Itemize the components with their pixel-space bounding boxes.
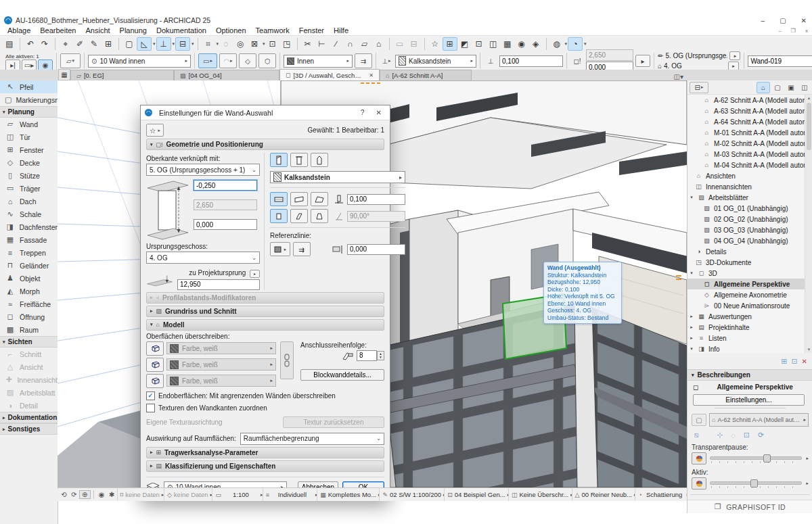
wall-curved-button[interactable]: ◠▸ [219,53,237,68]
tab-schnitt[interactable]: ⌂ [A-62 Schnitt A-A] [380,70,472,80]
dialog-help-button[interactable]: ? [357,109,369,116]
graphisoft-id-bar[interactable]: ❐ GRAPHISOFT ID [687,500,812,513]
tool-fassade[interactable]: ▦Fassade [0,233,58,246]
stretch-icon[interactable]: ⌂ [372,38,386,50]
tab-04-og[interactable]: ▨ [04 OG_04] [174,70,279,80]
marquee-icon[interactable]: ▢ [122,38,136,50]
tool-innenansicht[interactable]: ✚Innenansicht [0,373,58,386]
zoom-icon[interactable]: ⊕ [79,490,91,499]
tool-stuetze[interactable]: ▯Stütze [0,169,58,182]
textures-checkbox[interactable] [146,404,155,412]
end-surfaces-checkbox[interactable]: ✓ [146,391,155,400]
tool-fenster[interactable]: ⊞Fenster [0,143,58,156]
tree-item[interactable]: ▾◻3D [687,268,812,279]
origin-flyout-button[interactable]: ▸ [250,270,260,278]
top-offset-input[interactable] [194,180,257,191]
transparency-pie-button[interactable] [692,452,706,465]
refline-flip-button[interactable]: ⇉ [293,242,311,256]
tree-item[interactable]: ⌂M-04 Schnitt A-A (Modell automatisch wi… [687,160,812,170]
base-offset-input[interactable] [194,219,257,230]
guide-lines-icon[interactable]: ◺ [137,37,152,51]
menu-hilfe[interactable]: Hilfe [329,26,353,34]
section-plan-section[interactable]: ▸ ▨ Grundriss und Schnitt [146,306,384,317]
tree-item[interactable]: ◳3D-Dokumente [687,257,812,268]
tool-gelaender[interactable]: ⊓Geländer [0,259,58,272]
slant-double-button[interactable] [311,209,328,223]
tool-tuer[interactable]: ◫Tür [0,130,58,143]
slant-straight-button[interactable] [270,209,288,223]
tree-item[interactable]: ▨03 OG_03 (Unabhängig) [687,224,812,235]
wall-poly-button[interactable]: ⬡ [258,53,276,68]
surface-edges-button[interactable] [146,358,164,372]
trace-options-icon[interactable]: ⊟ [407,38,421,50]
surface-edge-dropdown[interactable]: Farbe, weiß▸ [166,375,276,387]
gravity-icon[interactable]: ⊥ [156,37,171,51]
tool-raum[interactable]: ▩Raum [0,323,58,336]
publisher-icon[interactable]: ◫ [798,82,811,93]
fill-dropdown[interactable]: ▾ [565,41,568,47]
copy-settings-icon[interactable]: ⊞ [443,37,457,51]
element-snap-dropdown[interactable]: ▾ [191,41,194,47]
material-dropdown[interactable]: Kalksandstein ▸ [270,171,405,183]
image-icon[interactable]: ▦ [501,38,514,50]
tree-item[interactable]: ◇Allgemeine Axonometrie [687,289,812,300]
tool-objekt[interactable]: ♟Objekt [0,272,58,285]
child-close-button[interactable]: x [805,28,808,34]
orbit-icon[interactable]: ◉ [97,491,107,498]
menu-ansicht[interactable]: Ansicht [81,26,114,34]
zones-dropdown[interactable]: Raumflächenbegrenzung⌄ [240,433,384,445]
save-icon[interactable]: ▤ [3,38,16,50]
section-model[interactable]: ▾ ⌂ Modell [146,319,384,331]
tool-arbeitsblatt[interactable]: ▨Arbeitsblatt [0,386,58,399]
height-flyout-button[interactable]: ▸ [635,55,650,67]
tool-schnitt[interactable]: ⌐Schnitt [0,348,58,360]
tree-item[interactable]: ▨04 OG_04 (Unabhängig) [687,235,812,246]
trace-copy-icon[interactable]: ⊡ [744,431,750,439]
toolbox-section-sichten[interactable]: ▾Sichten [0,336,58,348]
tree-item[interactable]: ◫Innenansichten [687,181,812,192]
menu-optionen[interactable]: Optionen [211,26,251,34]
refline-side-button[interactable]: ▸ [270,242,290,256]
view-forward-icon[interactable]: ⟳ [69,491,79,498]
tree-item[interactable]: ⌲00 Neue Animationsroute [687,300,812,311]
renovation-dropdown[interactable]: Innen ▸ [284,55,353,68]
tree-item[interactable]: ▸▤Projektinhalte [687,322,812,333]
navigator-popup-button[interactable]: ⊟▸ [690,82,708,93]
menu-ablage[interactable]: Ablage [3,26,35,34]
tool-traeger[interactable]: ▭Träger [0,182,58,195]
favorites-icon[interactable]: ☆ [428,38,442,50]
tree-item[interactable]: ⌂M-02 Schnitt A-A (Modell automatisch wi… [687,138,812,149]
transparency-slider-thumb[interactable] [763,454,771,462]
toolbox-section-planung[interactable]: ▾Planung [0,106,58,118]
toolbox-section-dokumentation[interactable]: ▸Dokumentation [0,412,58,423]
gravity-dropdown[interactable]: ▾ [173,41,175,47]
fill-icon[interactable]: ◍ [550,38,564,50]
elevation-input[interactable] [177,279,260,290]
wall-composite-button[interactable] [290,192,308,206]
explore-icon[interactable]: ✱ [107,491,117,498]
child-restore-button[interactable]: ❐ [791,28,796,34]
wall-profile-button[interactable] [311,192,328,206]
transform-box-icon[interactable]: ◳ [280,38,294,50]
wall-basic-button[interactable] [270,192,288,206]
dialog-close-button[interactable]: ✕ [372,109,386,116]
angle-input[interactable] [347,211,405,222]
tab-0-eg[interactable]: ▱ [0. EG] [70,70,174,80]
new-viewpoint-icon[interactable]: ⊞ [781,357,787,366]
view-settings-button[interactable]: Einstellungen... [693,394,805,406]
tree-item[interactable]: ▨02 OG_02 (Unabhängig) [687,214,812,224]
section-geometry[interactable]: ▾ ◻! Geometrie und Positionierung [146,139,384,150]
groups-icon[interactable]: ◎ [233,38,247,50]
tab-list-button[interactable]: ◫▾ [674,73,683,80]
trace-toggle-button[interactable]: ▢ [692,414,706,426]
render-mode-control[interactable]: ◔Schattierung▸ [635,488,688,501]
tree-item[interactable]: ▸▦Auswertungen [687,311,812,322]
orientation-dropdown[interactable]: ▾ [584,41,587,47]
structure-display-control[interactable]: ▦Komplettes Mo...▸ [317,488,379,501]
menu-dokumentation[interactable]: Dokumentation [152,26,211,34]
element-snap-icon[interactable]: ⊟ [175,37,190,51]
binoculars-icon[interactable]: ◉ [515,38,528,50]
3d-style-control[interactable]: ◇keine Daten▸ [164,488,212,501]
parameter-transfer-icon[interactable]: ⊞ [102,38,115,50]
active-slider-thumb[interactable] [750,479,758,487]
